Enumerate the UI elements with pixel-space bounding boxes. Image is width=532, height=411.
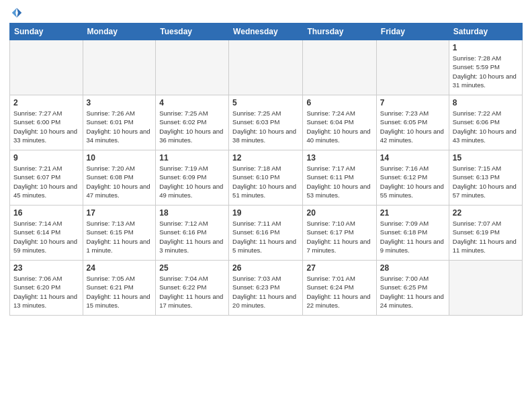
calendar-cell (229, 40, 303, 95)
day-info: Sunrise: 7:00 AM Sunset: 6:25 PM Dayligh… (380, 274, 445, 310)
calendar-cell: 8Sunrise: 7:22 AM Sunset: 6:06 PM Daylig… (449, 95, 522, 150)
day-number: 14 (380, 153, 445, 163)
day-info: Sunrise: 7:05 AM Sunset: 6:21 PM Dayligh… (87, 274, 152, 310)
day-info: Sunrise: 7:11 AM Sunset: 6:16 PM Dayligh… (232, 219, 299, 255)
calendar-cell (449, 261, 522, 316)
day-number: 18 (159, 208, 225, 218)
weekday-header-wednesday: Wednesday (229, 24, 303, 40)
day-number: 7 (380, 98, 445, 107)
calendar-cell (10, 40, 83, 95)
calendar-cell: 17Sunrise: 7:13 AM Sunset: 6:15 PM Dayli… (83, 205, 156, 261)
day-number: 19 (232, 208, 299, 218)
day-number: 2 (13, 98, 79, 107)
calendar-cell: 10Sunrise: 7:20 AM Sunset: 6:08 PM Dayli… (83, 150, 156, 205)
svg-marker-0 (17, 8, 21, 17)
page: SundayMondayTuesdayWednesdayThursdayFrid… (0, 0, 532, 411)
day-info: Sunrise: 7:23 AM Sunset: 6:05 PM Dayligh… (380, 109, 445, 144)
day-info: Sunrise: 7:19 AM Sunset: 6:09 PM Dayligh… (159, 164, 225, 199)
calendar-cell: 20Sunrise: 7:10 AM Sunset: 6:17 PM Dayli… (303, 205, 376, 261)
weekday-header-sunday: Sunday (10, 24, 83, 40)
day-info: Sunrise: 7:21 AM Sunset: 6:07 PM Dayligh… (13, 164, 79, 199)
calendar-cell: 18Sunrise: 7:12 AM Sunset: 6:16 PM Dayli… (156, 205, 229, 261)
day-info: Sunrise: 7:25 AM Sunset: 6:02 PM Dayligh… (159, 109, 225, 144)
calendar-cell: 12Sunrise: 7:18 AM Sunset: 6:10 PM Dayli… (229, 150, 303, 205)
day-info: Sunrise: 7:17 AM Sunset: 6:11 PM Dayligh… (306, 164, 372, 199)
calendar-cell: 14Sunrise: 7:16 AM Sunset: 6:12 PM Dayli… (376, 150, 449, 205)
day-number: 10 (87, 153, 152, 163)
calendar-cell: 1Sunrise: 7:28 AM Sunset: 5:59 PM Daylig… (449, 40, 522, 95)
calendar-cell: 3Sunrise: 7:26 AM Sunset: 6:01 PM Daylig… (83, 95, 156, 150)
day-number: 26 (232, 263, 299, 273)
calendar-cell: 16Sunrise: 7:14 AM Sunset: 6:14 PM Dayli… (10, 205, 83, 261)
calendar-cell: 19Sunrise: 7:11 AM Sunset: 6:16 PM Dayli… (229, 205, 303, 261)
week-row-5: 23Sunrise: 7:06 AM Sunset: 6:20 PM Dayli… (10, 261, 523, 316)
calendar-cell: 24Sunrise: 7:05 AM Sunset: 6:21 PM Dayli… (83, 261, 156, 316)
logo (9, 7, 23, 19)
calendar-cell (156, 40, 229, 95)
day-number: 5 (232, 98, 299, 107)
day-info: Sunrise: 7:16 AM Sunset: 6:12 PM Dayligh… (380, 164, 445, 199)
day-number: 27 (306, 263, 372, 273)
day-info: Sunrise: 7:07 AM Sunset: 6:19 PM Dayligh… (453, 219, 519, 255)
calendar-cell (83, 40, 156, 95)
calendar-cell: 23Sunrise: 7:06 AM Sunset: 6:20 PM Dayli… (10, 261, 83, 316)
day-info: Sunrise: 7:25 AM Sunset: 6:03 PM Dayligh… (232, 109, 299, 144)
day-number: 11 (159, 153, 225, 163)
weekday-header-monday: Monday (83, 24, 156, 40)
day-info: Sunrise: 7:28 AM Sunset: 5:59 PM Dayligh… (453, 54, 519, 89)
day-info: Sunrise: 7:20 AM Sunset: 6:08 PM Dayligh… (87, 164, 152, 199)
weekday-header-thursday: Thursday (303, 24, 376, 40)
day-number: 9 (13, 153, 79, 163)
week-row-2: 2Sunrise: 7:27 AM Sunset: 6:00 PM Daylig… (10, 95, 523, 150)
calendar-cell: 6Sunrise: 7:24 AM Sunset: 6:04 PM Daylig… (303, 95, 376, 150)
calendar-cell: 9Sunrise: 7:21 AM Sunset: 6:07 PM Daylig… (10, 150, 83, 205)
calendar-cell: 27Sunrise: 7:01 AM Sunset: 6:24 PM Dayli… (303, 261, 376, 316)
weekday-header-row: SundayMondayTuesdayWednesdayThursdayFrid… (10, 24, 523, 40)
svg-marker-1 (12, 8, 17, 17)
calendar-cell: 22Sunrise: 7:07 AM Sunset: 6:19 PM Dayli… (449, 205, 522, 261)
day-number: 1 (453, 43, 519, 52)
day-number: 4 (159, 98, 225, 107)
day-info: Sunrise: 7:27 AM Sunset: 6:00 PM Dayligh… (13, 109, 79, 144)
calendar-table: SundayMondayTuesdayWednesdayThursdayFrid… (9, 23, 523, 316)
day-info: Sunrise: 7:04 AM Sunset: 6:22 PM Dayligh… (159, 274, 225, 310)
day-info: Sunrise: 7:18 AM Sunset: 6:10 PM Dayligh… (232, 164, 299, 199)
calendar-cell (303, 40, 376, 95)
day-number: 22 (453, 208, 519, 218)
calendar-cell: 11Sunrise: 7:19 AM Sunset: 6:09 PM Dayli… (156, 150, 229, 205)
calendar-cell: 28Sunrise: 7:00 AM Sunset: 6:25 PM Dayli… (376, 261, 449, 316)
day-info: Sunrise: 7:14 AM Sunset: 6:14 PM Dayligh… (13, 219, 79, 255)
calendar-cell: 25Sunrise: 7:04 AM Sunset: 6:22 PM Dayli… (156, 261, 229, 316)
calendar-cell: 4Sunrise: 7:25 AM Sunset: 6:02 PM Daylig… (156, 95, 229, 150)
calendar-cell (376, 40, 449, 95)
day-info: Sunrise: 7:10 AM Sunset: 6:17 PM Dayligh… (306, 219, 372, 255)
day-info: Sunrise: 7:03 AM Sunset: 6:23 PM Dayligh… (232, 274, 299, 310)
day-number: 25 (159, 263, 225, 273)
day-number: 15 (453, 153, 519, 163)
day-number: 16 (13, 208, 79, 218)
weekday-header-saturday: Saturday (449, 24, 522, 40)
logo-icon (11, 7, 23, 19)
week-row-3: 9Sunrise: 7:21 AM Sunset: 6:07 PM Daylig… (10, 150, 523, 205)
day-info: Sunrise: 7:06 AM Sunset: 6:20 PM Dayligh… (13, 274, 79, 310)
day-number: 21 (380, 208, 445, 218)
day-number: 24 (87, 263, 152, 273)
weekday-header-friday: Friday (376, 24, 449, 40)
day-info: Sunrise: 7:26 AM Sunset: 6:01 PM Dayligh… (87, 109, 152, 144)
day-number: 17 (87, 208, 152, 218)
day-number: 28 (380, 263, 445, 273)
day-number: 20 (306, 208, 372, 218)
day-info: Sunrise: 7:01 AM Sunset: 6:24 PM Dayligh… (306, 274, 372, 310)
day-info: Sunrise: 7:22 AM Sunset: 6:06 PM Dayligh… (453, 109, 519, 144)
day-number: 23 (13, 263, 79, 273)
day-number: 3 (87, 98, 152, 107)
header (9, 7, 523, 19)
day-info: Sunrise: 7:12 AM Sunset: 6:16 PM Dayligh… (159, 219, 225, 255)
day-number: 8 (453, 98, 519, 107)
calendar-cell: 21Sunrise: 7:09 AM Sunset: 6:18 PM Dayli… (376, 205, 449, 261)
week-row-4: 16Sunrise: 7:14 AM Sunset: 6:14 PM Dayli… (10, 205, 523, 261)
day-info: Sunrise: 7:09 AM Sunset: 6:18 PM Dayligh… (380, 219, 445, 255)
calendar-cell: 26Sunrise: 7:03 AM Sunset: 6:23 PM Dayli… (229, 261, 303, 316)
day-info: Sunrise: 7:24 AM Sunset: 6:04 PM Dayligh… (306, 109, 372, 144)
day-number: 12 (232, 153, 299, 163)
